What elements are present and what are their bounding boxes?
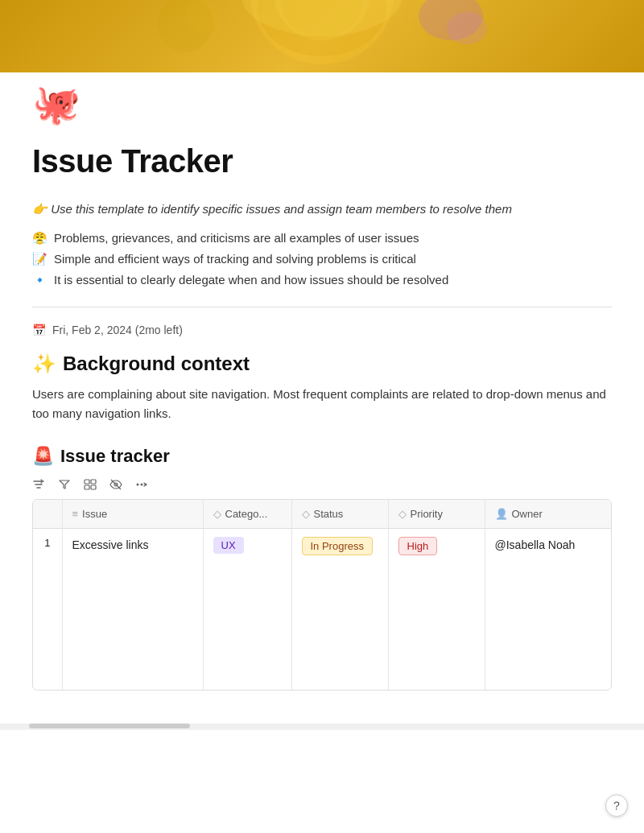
table-row: 1 Excessive links UX In Progress High bbox=[33, 529, 611, 690]
page-title: Issue Tracker bbox=[32, 143, 612, 179]
svg-rect-9 bbox=[85, 480, 89, 484]
table-header-row: ≡ Issue ◇ Catego... ◇ bbox=[33, 500, 611, 529]
category-col-icon: ◇ bbox=[213, 508, 221, 520]
row-number-1: 1 bbox=[33, 529, 62, 690]
svg-rect-10 bbox=[91, 480, 96, 484]
bullet-emoji-1: 😤 bbox=[32, 231, 47, 245]
more-icon[interactable] bbox=[135, 478, 148, 491]
header-banner bbox=[0, 0, 644, 72]
priority-badge-1: High bbox=[398, 537, 438, 555]
owner-col-label: Owner bbox=[512, 508, 543, 520]
col-header-priority[interactable]: ◇ Priority bbox=[388, 500, 485, 529]
svg-point-5 bbox=[447, 12, 487, 44]
priority-col-icon: ◇ bbox=[398, 508, 407, 520]
group-icon[interactable] bbox=[84, 478, 97, 491]
issue-value-1: Excessive links bbox=[72, 538, 149, 551]
status-col-label: Status bbox=[314, 508, 344, 520]
bullet-emoji-3: 🔹 bbox=[32, 273, 47, 287]
intro-text: Use this template to identify specific i… bbox=[51, 202, 512, 216]
svg-point-7 bbox=[185, 0, 217, 32]
bullet-emoji-2: 📝 bbox=[32, 252, 47, 266]
bullet-item-3: 🔹 It is essential to clearly delegate wh… bbox=[32, 273, 612, 287]
tracker-table: ≡ Issue ◇ Catego... ◇ bbox=[33, 500, 611, 690]
tracker-heading: 🚨 Issue tracker bbox=[32, 446, 612, 467]
col-header-owner[interactable]: 👤 Owner bbox=[485, 500, 611, 529]
date-row: 📅 Fri, Feb 2, 2024 (2mo left) bbox=[32, 324, 612, 336]
bullet-text-2: Simple and efficient ways of tracking an… bbox=[54, 252, 416, 266]
background-context-section: ✨ Background context Users are complaini… bbox=[32, 353, 612, 423]
row-status-1[interactable]: In Progress bbox=[291, 529, 388, 690]
bullet-item-1: 😤 Problems, grievances, and criticisms a… bbox=[32, 231, 612, 245]
page-icon: 🐙 bbox=[32, 83, 80, 126]
row-num-header bbox=[33, 500, 62, 529]
description-intro: 👉 Use this template to identify specific… bbox=[32, 202, 612, 216]
bullet-text-1: Problems, grievances, and criticisms are… bbox=[54, 231, 419, 245]
date-value: Fri, Feb 2, 2024 (2mo left) bbox=[52, 324, 183, 336]
col-header-category[interactable]: ◇ Catego... bbox=[203, 500, 291, 529]
horizontal-scrollbar[interactable] bbox=[0, 724, 644, 730]
owner-value-1: @Isabella Noah bbox=[495, 538, 576, 551]
background-heading-text: Background context bbox=[63, 353, 250, 375]
owner-col-icon: 👤 bbox=[495, 508, 508, 520]
svg-point-16 bbox=[141, 484, 143, 486]
issue-col-icon: ≡ bbox=[72, 508, 79, 520]
tracker-heading-emoji: 🚨 bbox=[32, 446, 54, 467]
svg-rect-12 bbox=[91, 485, 96, 489]
intro-emoji: 👉 bbox=[32, 202, 47, 216]
col-header-status[interactable]: ◇ Status bbox=[291, 500, 388, 529]
help-button[interactable]: ? bbox=[605, 794, 628, 817]
priority-col-label: Priority bbox=[411, 508, 443, 520]
row-owner-1[interactable]: @Isabella Noah bbox=[485, 529, 611, 690]
page-icon-area: 🐙 bbox=[0, 72, 644, 124]
svg-point-15 bbox=[137, 484, 139, 486]
calendar-icon: 📅 bbox=[32, 324, 46, 336]
tracker-table-wrap: ≡ Issue ◇ Catego... ◇ bbox=[32, 499, 612, 691]
hide-icon[interactable] bbox=[109, 478, 122, 491]
row-category-1[interactable]: UX bbox=[203, 529, 291, 690]
row-priority-1[interactable]: High bbox=[388, 529, 485, 690]
background-heading: ✨ Background context bbox=[32, 353, 612, 375]
main-content: Issue Tracker 👉 Use this template to ide… bbox=[0, 124, 644, 723]
category-col-label: Catego... bbox=[225, 508, 268, 520]
tracker-heading-text: Issue tracker bbox=[60, 446, 170, 467]
tracker-toolbar bbox=[32, 476, 612, 493]
category-badge-1: UX bbox=[213, 537, 244, 554]
scrollbar-thumb[interactable] bbox=[29, 724, 190, 728]
sort-icon[interactable] bbox=[32, 478, 45, 491]
description-block: 👉 Use this template to identify specific… bbox=[32, 202, 612, 287]
bullet-text-3: It is essential to clearly delegate when… bbox=[54, 273, 448, 287]
col-header-issue[interactable]: ≡ Issue bbox=[62, 500, 203, 529]
tracker-section: 🚨 Issue tracker bbox=[32, 446, 612, 691]
status-col-icon: ◇ bbox=[302, 508, 310, 520]
background-body: Users are complaining about site navigat… bbox=[32, 385, 612, 423]
section-divider bbox=[32, 307, 612, 307]
status-badge-1: In Progress bbox=[302, 537, 373, 555]
filter-icon[interactable] bbox=[58, 478, 71, 491]
issue-col-label: Issue bbox=[82, 508, 107, 520]
row-issue-1[interactable]: Excessive links bbox=[62, 529, 203, 690]
svg-rect-11 bbox=[85, 485, 89, 489]
background-heading-emoji: ✨ bbox=[32, 353, 56, 375]
bullet-item-2: 📝 Simple and efficient ways of tracking … bbox=[32, 252, 612, 266]
